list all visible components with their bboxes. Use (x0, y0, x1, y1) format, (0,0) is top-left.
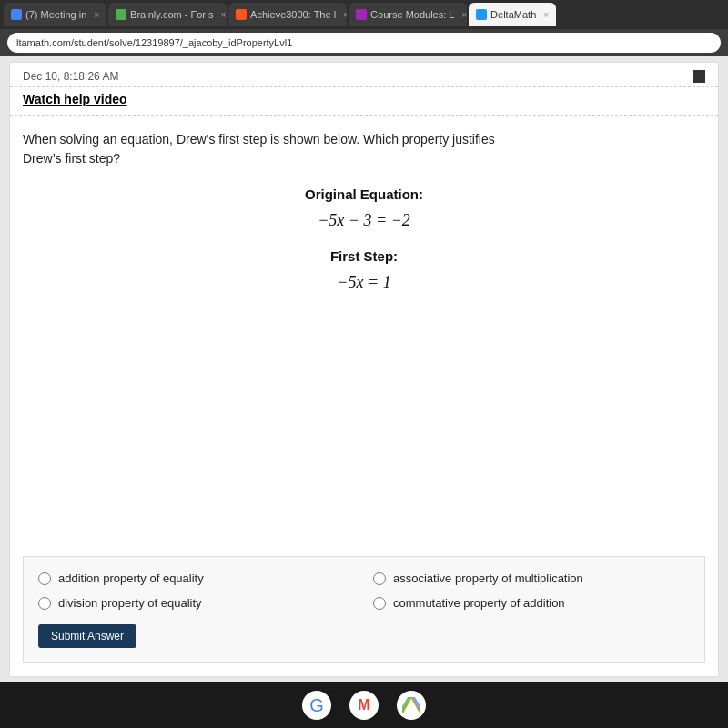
tab-deltamath[interactable]: DeltaMath × (469, 3, 556, 26)
problem-text-line2: Drew’s first step? (23, 151, 120, 166)
tab-bar: (7) Meeting in × Brainly.com - For s × A… (0, 0, 728, 29)
taskbar-icon-drive[interactable] (397, 691, 426, 720)
tab-icon-achieve (236, 9, 247, 20)
answer-label-1: addition property of equality (58, 571, 204, 585)
answer-label-3: division property of equality (58, 596, 202, 610)
problem-text: When solving an equation, Drew’s first s… (23, 130, 705, 168)
tab-icon-course (356, 9, 367, 20)
answer-option-3[interactable]: division property of equality (38, 596, 355, 610)
tab-label-deltamath: DeltaMath (490, 9, 536, 20)
tab-label-meeting: (7) Meeting in (25, 9, 86, 20)
tab-close-course[interactable]: × (461, 10, 467, 20)
tab-close-meeting[interactable]: × (94, 10, 99, 20)
answer-option-2[interactable]: associative property of multiplication (373, 571, 690, 585)
url-box[interactable]: ltamath.com/student/solve/12319897/_ajac… (7, 33, 721, 53)
tab-meeting[interactable]: (7) Meeting in × (4, 3, 106, 26)
answers-box: addition property of equality associativ… (23, 556, 705, 663)
answers-grid: addition property of equality associativ… (38, 571, 690, 610)
content-wrapper: Dec 10, 8:18:26 AM Watch help video When… (0, 56, 728, 682)
datetime: Dec 10, 8:18:26 AM (23, 70, 118, 83)
url-text: ltamath.com/student/solve/12319897/_ajac… (16, 37, 292, 48)
page-content: Dec 10, 8:18:26 AM Watch help video When… (9, 62, 719, 677)
tab-close-brainly[interactable]: × (221, 10, 227, 20)
problem-section: When solving an equation, Drew’s first s… (10, 116, 718, 556)
original-equation: −5x − 3 = −2 (23, 211, 705, 230)
tab-icon-deltamath (476, 9, 487, 20)
problem-text-line1: When solving an equation, Drew’s first s… (23, 132, 495, 147)
top-bar: Dec 10, 8:18:26 AM (10, 63, 718, 87)
tab-brainly[interactable]: Brainly.com - For s × (108, 3, 227, 26)
submit-button[interactable]: Submit Answer (38, 624, 136, 648)
first-step-block: First Step: −5x = 1 (23, 248, 705, 292)
first-step-label: First Step: (23, 248, 705, 264)
first-step-equation: −5x = 1 (23, 273, 705, 292)
taskbar-icon-gmail[interactable]: M (349, 691, 379, 720)
tab-close-achieve[interactable]: × (343, 10, 347, 20)
stop-button[interactable] (693, 70, 705, 83)
tab-label-achieve: Achieve3000: The l (250, 9, 336, 20)
taskbar: G M (0, 682, 728, 728)
watch-help-link[interactable]: Watch help video (23, 92, 127, 106)
tab-icon-brainly (116, 9, 126, 20)
tab-label-course: Course Modules: L (370, 9, 454, 20)
answer-option-4[interactable]: commutative property of addition (373, 596, 690, 610)
watch-help-section: Watch help video (10, 87, 718, 116)
tab-achieve[interactable]: Achieve3000: The l × (228, 3, 347, 26)
browser-frame: (7) Meeting in × Brainly.com - For s × A… (0, 0, 728, 56)
tab-close-deltamath[interactable]: × (543, 10, 549, 20)
original-equation-label: Original Equation: (23, 187, 705, 202)
radio-2[interactable] (373, 572, 386, 585)
tab-icon-meeting (11, 9, 22, 20)
answer-label-4: commutative property of addition (393, 596, 565, 610)
tab-course[interactable]: Course Modules: L × (349, 3, 467, 26)
radio-1[interactable] (38, 572, 51, 585)
taskbar-icon-google[interactable]: G (302, 691, 331, 720)
tab-label-brainly: Brainly.com - For s (130, 9, 213, 20)
original-equation-block: Original Equation: −5x − 3 = −2 (23, 187, 705, 230)
answer-option-1[interactable]: addition property of equality (38, 571, 355, 585)
radio-4[interactable] (373, 597, 386, 610)
answer-label-2: associative property of multiplication (393, 571, 583, 585)
radio-3[interactable] (38, 597, 51, 610)
address-bar: ltamath.com/student/solve/12319897/_ajac… (0, 29, 728, 56)
